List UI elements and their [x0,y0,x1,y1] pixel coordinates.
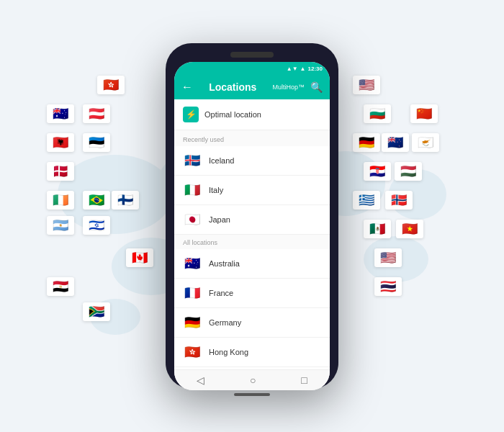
nav-recent-button[interactable]: □ [301,374,307,386]
phone-screen: ▲▼ ▲ 12:30 ← Locations MultiHop™ 🔍 ⚡ Opt… [174,62,330,390]
flag-icon: 🇭🇰 [183,344,202,360]
location-name: France [209,289,233,297]
status-time: 12:30 [308,66,323,72]
home-bar [234,393,270,396]
optimal-label: Optimal location [204,110,261,119]
location-item[interactable]: 🇦🇺 Australia [174,249,330,279]
status-bar: ▲▼ ▲ 12:30 [174,62,330,75]
locations-list: ⚡ Optimal location Recently used 🇮🇸 Icel… [174,99,330,369]
flag-icon: 🇯🇵 [183,212,202,228]
svg-point-0 [58,155,173,234]
location-name: Iceland [209,156,234,165]
location-item[interactable]: 🇯🇵 Japan [174,205,330,235]
location-name: Japan [209,215,230,224]
location-item[interactable]: 🇭🇰 Hong Kong [174,338,330,367]
location-item[interactable]: 🇫🇷 France [174,279,330,308]
phone-device: ▲▼ ▲ 12:30 ← Locations MultiHop™ 🔍 ⚡ Opt… [166,43,338,389]
bolt-icon: ⚡ [183,107,199,122]
bottom-navigation: ◁ ○ □ [174,369,330,390]
back-button[interactable]: ← [181,81,193,94]
flag-icon: 🇦🇺 [183,256,202,271]
recently-used-section-label: Recently used [174,132,330,146]
svg-point-9 [90,299,140,335]
svg-point-8 [364,236,428,282]
location-name: Hong Kong [209,348,248,356]
location-item[interactable]: 🇮🇹 Italy [174,176,330,205]
flag-icon: 🇮🇹 [183,182,202,198]
phone-notch [230,52,274,58]
nav-home-button[interactable]: ○ [250,374,256,386]
flag-icon: 🇮🇸 [183,153,202,168]
svg-point-4 [389,169,446,220]
multihop-button[interactable]: MultiHop™ [272,84,305,91]
status-icons: ▲▼ ▲ 12:30 [287,66,323,72]
optimal-location-item[interactable]: ⚡ Optimal location [174,99,330,130]
nav-back-button[interactable]: ◁ [197,374,204,386]
app-header: ← Locations MultiHop™ 🔍 [174,75,330,99]
header-title: Locations [199,81,266,93]
location-name: Australia [209,259,240,268]
location-name: Germany [209,318,241,327]
location-item[interactable]: 🇩🇪 Germany [174,308,330,338]
all-locations-list: 🇦🇺 Australia 🇫🇷 France 🇩🇪 Germany 🇭🇰 Hon… [174,249,330,369]
phone-wrapper: ▲▼ ▲ 12:30 ← Locations MultiHop™ 🔍 ⚡ Opt… [166,43,338,389]
flag-icon: 🇫🇷 [183,285,202,301]
location-item[interactable]: 🇮🇸 Iceland [174,146,330,176]
wifi-icon: ▲ [300,66,306,72]
all-locations-section-label: All locations [174,235,330,249]
flag-icon: 🇩🇪 [183,315,202,330]
recently-used-list: 🇮🇸 Iceland 🇮🇹 Italy 🇯🇵 Japan [174,146,330,235]
location-name: Italy [209,186,223,194]
search-icon[interactable]: 🔍 [310,81,323,93]
signal-icon: ▲▼ [287,66,298,72]
